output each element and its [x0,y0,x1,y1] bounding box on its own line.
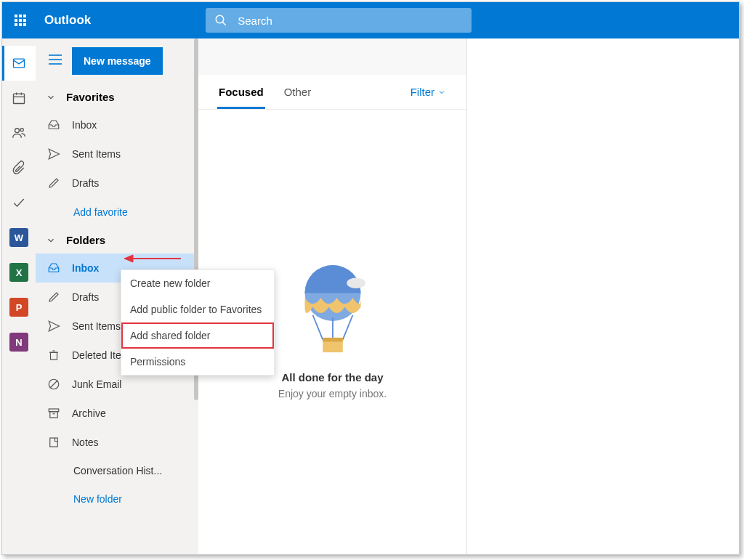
folder-label: Drafts [72,177,99,189]
people-icon [12,126,26,140]
search-input[interactable]: Search [206,8,472,33]
rail-people[interactable] [2,115,36,150]
annotation-arrow [124,253,182,267]
attachment-icon [12,161,26,175]
mail-icon [12,56,26,70]
check-icon [12,195,26,210]
svg-rect-29 [323,338,343,342]
list-pane-top-pad [198,38,466,75]
app-launcher-button[interactable] [2,2,39,38]
folder-label: Sent Items [72,148,121,160]
chevron-down-icon [437,88,446,97]
svg-rect-20 [50,412,58,418]
new-message-button[interactable]: New message [72,47,163,75]
favorites-drafts[interactable]: Drafts [36,169,198,198]
svg-point-7 [15,129,20,133]
folder-label: Junk Email [72,378,121,390]
svg-rect-22 [50,438,58,447]
empty-subtitle: Enjoy your empty inbox. [278,388,387,399]
svg-point-24 [347,277,365,288]
context-add-shared-folder[interactable]: Add shared folder [121,322,274,349]
pencil-icon [47,176,60,190]
block-icon [47,378,60,391]
app-title: Outlook [44,13,91,28]
powerpoint-icon: P [9,298,28,317]
inbox-icon [47,118,60,131]
rail-calendar[interactable] [2,81,36,115]
hamburger-icon [49,54,62,65]
filter-label: Filter [411,86,434,98]
folder-archive[interactable]: Archive [36,399,198,428]
note-icon [47,436,60,449]
svg-rect-14 [51,352,57,360]
folders-label: Folders [66,234,105,246]
pencil-icon [47,291,60,304]
waffle-icon [15,15,26,26]
svg-line-27 [342,315,352,340]
chevron-down-icon [46,235,56,245]
collapse-nav-button[interactable] [49,54,62,68]
folder-label: Notes [72,437,99,448]
send-icon [47,320,60,333]
rail-files[interactable] [2,150,36,185]
reading-pane [467,38,739,554]
svg-marker-13 [49,321,59,331]
folder-topbar: New message [36,38,198,84]
svg-marker-12 [49,149,59,159]
rail-onenote[interactable]: N [2,325,36,360]
svg-marker-31 [124,255,133,262]
tab-label: Other [284,86,312,98]
svg-point-0 [216,15,224,23]
svg-line-1 [222,22,226,25]
svg-line-18 [50,381,58,389]
app-window: Outlook Search W [1,1,740,555]
word-icon: W [9,228,28,247]
search-placeholder: Search [238,15,272,27]
svg-rect-3 [14,94,25,103]
folder-label: Inbox [72,119,97,131]
folder-label: Drafts [72,291,99,303]
svg-line-25 [312,315,323,340]
app-rail: W X P N [2,38,36,554]
favorites-inbox[interactable]: Inbox [36,110,198,139]
tab-label: Focused [219,86,264,98]
rail-word[interactable]: W [2,220,36,255]
rail-excel[interactable]: X [2,255,36,290]
folders-context-menu: Create new folder Add public folder to F… [121,269,275,376]
empty-title: All done for the day [281,371,383,384]
header: Outlook Search [2,2,739,38]
folder-label: Archive [72,407,106,419]
svg-point-8 [20,129,23,131]
trash-icon [47,349,60,362]
context-create-new-folder[interactable]: Create new folder [121,270,274,296]
archive-icon [47,407,60,420]
tab-focused[interactable]: Focused [219,75,264,109]
main-content: W X P N New message Favorites Inbox [2,38,739,554]
context-add-public-folder[interactable]: Add public folder to Favorites [121,296,274,322]
rail-powerpoint[interactable]: P [2,290,36,325]
svg-rect-2 [14,59,25,68]
onenote-icon: N [9,333,28,352]
new-folder-link[interactable]: New folder [36,484,198,514]
filter-button[interactable]: Filter [411,86,446,98]
chevron-down-icon [46,92,56,102]
folder-label: Inbox [72,262,99,274]
calendar-icon [12,91,26,105]
favorites-sent[interactable]: Sent Items [36,139,198,169]
search-icon [214,14,227,27]
folder-notes[interactable]: Notes [36,428,198,457]
folder-conversation-history[interactable]: Conversation Hist... [36,457,198,484]
context-permissions[interactable]: Permissions [121,349,274,375]
inbox-icon [47,261,60,275]
folders-section-header[interactable]: Folders [36,227,198,253]
inbox-tabs: Focused Other Filter [198,75,466,110]
rail-mail[interactable] [2,46,36,81]
excel-icon: X [9,263,28,282]
favorites-label: Favorites [66,91,115,103]
rail-todo[interactable] [2,185,36,220]
favorites-section-header[interactable]: Favorites [36,84,198,110]
tab-other[interactable]: Other [284,75,312,109]
add-favorite-link[interactable]: Add favorite [36,198,198,227]
folder-label: Sent Items [72,320,121,332]
balloon-illustration [293,262,373,364]
